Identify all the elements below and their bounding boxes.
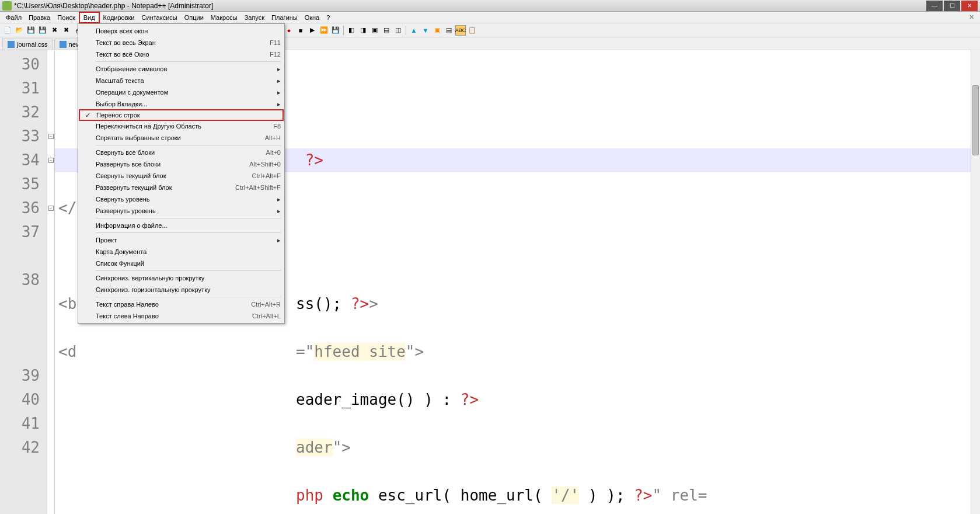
menu-item[interactable]: Проект▸ <box>79 234 283 246</box>
menu-macros[interactable]: Макросы <box>207 13 241 22</box>
menu-separator <box>96 297 281 297</box>
close-icon[interactable]: ✖ <box>49 25 60 36</box>
menu-item[interactable]: Карта Документа <box>79 246 283 258</box>
minimize-button[interactable]: — <box>926 1 943 11</box>
menu-options[interactable]: Опции <box>181 13 207 22</box>
menu-item-label: Масштаб текста <box>96 77 277 84</box>
separator <box>406 26 406 35</box>
menu-separator <box>96 218 281 218</box>
submenu-arrow-icon: ▸ <box>277 237 281 244</box>
menu-item-label: Переключиться на Другую Область <box>96 123 273 130</box>
menu-item-label: Текст во весь Экран <box>96 39 270 46</box>
toolbar-icon[interactable]: ▤ <box>381 25 392 36</box>
submenu-arrow-icon: ▸ <box>277 196 281 203</box>
save-all-icon[interactable]: 💾 <box>37 25 48 36</box>
spellcheck-icon[interactable]: ABC <box>455 25 466 36</box>
menu-view[interactable]: Вид <box>79 12 100 23</box>
menu-item[interactable]: Развернуть все блокиAlt+Shift+0 <box>79 158 283 170</box>
menu-item[interactable]: Текст во всё ОкноF12 <box>79 48 283 60</box>
maximize-button[interactable]: ☐ <box>944 1 960 11</box>
toolbar-icon[interactable]: ▲ <box>409 25 419 36</box>
menu-item-label: Проект <box>96 237 277 244</box>
file-icon <box>60 41 67 48</box>
menu-item[interactable]: Выбор Вкладки...▸ <box>79 98 283 110</box>
menu-edit[interactable]: Правка <box>25 13 54 22</box>
menu-item[interactable]: Список Функций <box>79 258 283 269</box>
menu-item[interactable]: Информация о файле... <box>79 220 283 231</box>
menu-run[interactable]: Запуск <box>241 13 268 22</box>
menu-item[interactable]: Развернуть текущий блокCtrl+Alt+Shift+F <box>79 182 283 193</box>
menu-item-label: Свернуть текущий блок <box>96 172 252 179</box>
toolbar-icon[interactable]: ▣ <box>432 25 442 36</box>
menu-syntax[interactable]: Синтаксисы <box>138 13 181 22</box>
fold-column: − − − <box>47 50 55 514</box>
menu-item[interactable]: Спрятать выбранные строкиAlt+H <box>79 132 283 144</box>
menu-item[interactable]: Переключиться на Другую ОбластьF8 <box>79 120 283 132</box>
check-icon: ✓ <box>85 112 90 119</box>
menu-item[interactable]: Поверх всех окон <box>79 25 283 37</box>
open-file-icon[interactable]: 📂 <box>14 25 25 36</box>
menu-item-label: Карта Документа <box>96 248 281 255</box>
toolbar-icon[interactable]: 📋 <box>467 25 477 36</box>
close-button[interactable]: ✕ <box>961 1 978 11</box>
menu-shortcut: Alt+0 <box>266 149 281 156</box>
menu-item[interactable]: Синхрониз. горизонтальную прокрутку <box>79 284 283 296</box>
line-numbers: 30 31 32 33 34 35 36 37 38 39 40 41 42 <box>0 50 47 514</box>
tab-journal-css[interactable]: journal.css <box>2 39 53 50</box>
menu-item[interactable]: Свернуть текущий блокCtrl+Alt+F <box>79 170 283 182</box>
menu-item[interactable]: Текст во весь ЭкранF11 <box>79 37 283 48</box>
toolbar-icon[interactable]: ◨ <box>358 25 368 36</box>
document-close-button[interactable]: ✕ <box>965 12 978 22</box>
menubar: Файл Правка Поиск Вид Кодировки Синтакси… <box>0 12 980 23</box>
fold-toggle[interactable]: − <box>48 158 54 163</box>
menu-item[interactable]: Отображение символов▸ <box>79 63 283 75</box>
menu-separator <box>96 232 281 233</box>
toolbar-icon[interactable]: ▼ <box>420 25 431 36</box>
menu-item-label: Список Функций <box>96 260 281 267</box>
fold-toggle[interactable]: − <box>48 206 54 211</box>
toolbar-icon[interactable]: ◫ <box>393 25 403 36</box>
record-macro-icon[interactable]: ● <box>284 25 294 36</box>
menu-item-label: Операции с документом <box>96 89 277 96</box>
stop-macro-icon[interactable]: ■ <box>295 25 306 36</box>
menu-item-label: Выбор Вкладки... <box>96 100 277 107</box>
menu-plugins[interactable]: Плагины <box>268 13 301 22</box>
menu-item[interactable]: Текст слева НаправоCtrl+Alt+L <box>79 310 283 322</box>
close-all-icon[interactable]: ✖ <box>61 25 71 36</box>
submenu-arrow-icon: ▸ <box>277 100 281 108</box>
new-file-icon[interactable]: 📄 <box>2 25 13 36</box>
menu-shortcut: Ctrl+Alt+R <box>251 301 281 308</box>
play-multiple-icon[interactable]: ⏩ <box>319 25 329 36</box>
menu-shortcut: Alt+Shift+0 <box>249 161 281 168</box>
menu-item-label: Текст справа Налево <box>96 301 251 308</box>
save-icon[interactable]: 💾 <box>26 25 36 36</box>
play-macro-icon[interactable]: ▶ <box>307 25 318 36</box>
menu-item-label: Текст слева Направо <box>96 312 252 319</box>
menu-help[interactable]: ? <box>323 13 333 22</box>
menu-search[interactable]: Поиск <box>54 13 78 22</box>
fold-toggle[interactable]: − <box>48 134 54 139</box>
menu-item[interactable]: Масштаб текста▸ <box>79 75 283 86</box>
menu-shortcut: Alt+H <box>265 134 281 141</box>
toolbar-icon[interactable]: ▣ <box>369 25 380 36</box>
submenu-arrow-icon: ▸ <box>277 65 281 73</box>
menu-encoding[interactable]: Кодировки <box>100 13 138 22</box>
menu-item[interactable]: Операции с документом▸ <box>79 86 283 98</box>
menu-item[interactable]: Свернуть уровень▸ <box>79 193 283 205</box>
menu-item[interactable]: Текст справа НалевоCtrl+Alt+R <box>79 298 283 310</box>
save-macro-icon[interactable]: 💾 <box>330 25 341 36</box>
menu-item-label: Свернуть все блоки <box>96 149 266 156</box>
menu-item[interactable]: Развернуть уровень▸ <box>79 205 283 217</box>
menu-windows[interactable]: Окна <box>301 13 323 22</box>
menu-separator <box>96 61 281 62</box>
toolbar-icon[interactable]: ▤ <box>444 25 454 36</box>
toolbar-icon[interactable]: ◧ <box>346 25 357 36</box>
menu-file[interactable]: Файл <box>2 13 25 22</box>
submenu-arrow-icon: ▸ <box>277 207 281 215</box>
menu-item[interactable]: Свернуть все блокиAlt+0 <box>79 147 283 158</box>
menu-item-label: Синхрониз. горизонтальную прокрутку <box>96 286 281 293</box>
menu-item[interactable]: ✓Перенос строк <box>79 109 284 121</box>
menu-item[interactable]: Синхрониз. вертикальную прокрутку <box>79 272 283 284</box>
menu-item-label: Развернуть уровень <box>96 207 277 214</box>
menu-item-label: Синхрониз. вертикальную прокрутку <box>96 275 281 282</box>
